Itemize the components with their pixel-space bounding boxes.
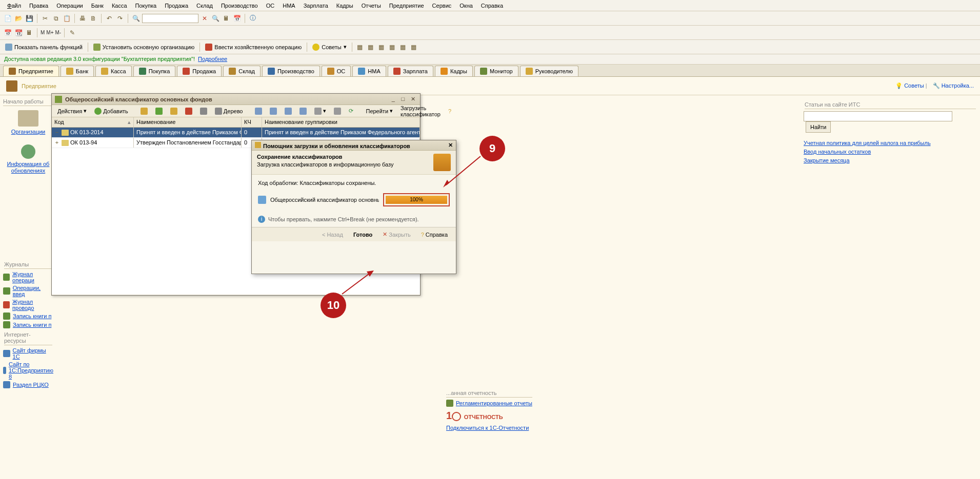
list-icon[interactable] bbox=[197, 107, 210, 116]
journal3-link[interactable]: Журнал проводо bbox=[12, 299, 53, 311]
menu-nma[interactable]: НМА bbox=[279, 2, 298, 9]
tool-icon[interactable]: ✎ bbox=[68, 28, 77, 37]
menu-stock[interactable]: Склад bbox=[193, 2, 216, 9]
tree-toggle[interactable]: Дерево bbox=[212, 107, 246, 116]
menu-bank[interactable]: Банк bbox=[88, 2, 107, 9]
maximize-icon[interactable]: □ bbox=[399, 96, 407, 102]
clear-search-icon[interactable]: ✕ bbox=[200, 14, 209, 23]
open-icon[interactable]: 📂 bbox=[14, 14, 23, 23]
col-kc[interactable]: КЧ bbox=[242, 117, 262, 127]
grid3-icon[interactable]: ▦ bbox=[377, 43, 386, 52]
tab-bank[interactable]: Банк bbox=[61, 66, 94, 76]
load-classifier-button[interactable]: Загрузить классификатор bbox=[397, 104, 444, 118]
menu-prod[interactable]: Производство bbox=[218, 2, 261, 9]
filter2-icon[interactable] bbox=[267, 107, 280, 116]
inet3-link[interactable]: Раздел РЦКО bbox=[13, 382, 49, 388]
copy2-icon[interactable] bbox=[137, 107, 151, 116]
find-icon[interactable]: 🔍 bbox=[131, 14, 141, 23]
advice-button[interactable]: Советы ▾ bbox=[310, 43, 348, 52]
grid2-icon[interactable]: ▦ bbox=[366, 43, 375, 52]
cut-icon[interactable]: ✂ bbox=[41, 14, 50, 23]
journal4-link[interactable]: Запись книги п bbox=[13, 313, 51, 319]
menu-ops[interactable]: Операции bbox=[53, 2, 86, 9]
notice-link[interactable]: Подробнее bbox=[198, 56, 227, 62]
filter4-icon[interactable] bbox=[296, 107, 310, 116]
memory-mplus[interactable]: М+ bbox=[46, 30, 53, 35]
its-link3[interactable]: Закрытие месяца bbox=[804, 157, 977, 163]
tab-enterprise[interactable]: Предприятие bbox=[3, 66, 59, 76]
tab-hr[interactable]: Кадры bbox=[435, 66, 473, 76]
page-settings-link[interactable]: 🔧 Настройка... bbox=[933, 82, 974, 89]
tab-head[interactable]: Руководителю bbox=[520, 66, 578, 76]
minimize-icon[interactable]: _ bbox=[389, 96, 397, 102]
col-name[interactable]: Наименование bbox=[134, 117, 242, 127]
grid6-icon[interactable]: ▦ bbox=[409, 43, 418, 52]
memory-m[interactable]: М bbox=[41, 30, 45, 35]
menu-rep[interactable]: Отчеты bbox=[358, 2, 384, 9]
tab-os[interactable]: ОС bbox=[322, 66, 351, 76]
orgs-shortcut[interactable]: Организации bbox=[3, 110, 53, 135]
menu-edit[interactable]: Правка bbox=[26, 2, 51, 9]
actions-button[interactable]: Действия ▾ bbox=[54, 107, 90, 115]
menu-ent[interactable]: Предприятие bbox=[386, 2, 427, 9]
menu-win[interactable]: Окна bbox=[456, 2, 476, 9]
menu-srv[interactable]: Сервис bbox=[429, 2, 455, 9]
search-input[interactable] bbox=[142, 14, 198, 23]
its-link2[interactable]: Ввод начальных остатков bbox=[804, 149, 977, 155]
add-button[interactable]: Добавить bbox=[91, 107, 131, 116]
paste-icon[interactable]: 📋 bbox=[62, 14, 71, 23]
menu-kassa[interactable]: Касса bbox=[109, 2, 130, 9]
calendar2-icon[interactable]: 📅 bbox=[3, 28, 12, 37]
show-panel-button[interactable]: Показать панель функций bbox=[3, 43, 85, 52]
inet1-link[interactable]: Сайт фирмы 1С bbox=[13, 347, 53, 360]
update-info-link[interactable]: Информация об обновлениях bbox=[3, 161, 53, 174]
close-icon[interactable]: ✕ bbox=[409, 96, 417, 102]
its-link1[interactable]: Учетная политика для целей налога на при… bbox=[804, 140, 977, 146]
preview-icon[interactable]: 🗎 bbox=[89, 14, 98, 23]
classifier-titlebar[interactable]: Общероссийский классификатор основных фо… bbox=[52, 94, 420, 105]
set-org-button[interactable]: Установить основную организацию bbox=[91, 43, 197, 52]
menu-sell[interactable]: Продажа bbox=[162, 2, 191, 9]
goto-button[interactable]: Перейти ▾ bbox=[363, 107, 396, 115]
enter-op-button[interactable]: Ввести хозяйственную операцию bbox=[203, 43, 304, 52]
update-info-shortcut[interactable]: Информация об обновлениях bbox=[3, 144, 53, 174]
back-button[interactable]: < Назад bbox=[318, 230, 347, 239]
copy-icon[interactable]: ⧉ bbox=[51, 14, 61, 23]
calc2-icon[interactable]: 🖩 bbox=[25, 28, 34, 37]
its-search-input[interactable] bbox=[804, 111, 952, 121]
connect-1c-link[interactable]: Подключиться к 1С-Отчетности bbox=[446, 425, 532, 431]
col-code[interactable]: Код ▴ bbox=[52, 117, 134, 127]
print-icon[interactable]: 🖶 bbox=[78, 14, 87, 23]
tab-buy[interactable]: Покупка bbox=[133, 66, 176, 76]
inet2-link[interactable]: Сайт по 1С:Предприятию 8 bbox=[9, 361, 53, 380]
menu-os[interactable]: ОС bbox=[263, 2, 278, 9]
redo-icon[interactable]: ↷ bbox=[115, 14, 125, 23]
help-icon[interactable]: ⓘ bbox=[248, 14, 257, 23]
tab-prod[interactable]: Производство bbox=[262, 66, 320, 76]
filter1-icon[interactable] bbox=[252, 107, 265, 116]
new-icon[interactable]: 📄 bbox=[3, 14, 12, 23]
tab-kassa[interactable]: Касса bbox=[95, 66, 132, 76]
filter5-icon[interactable]: ▾ bbox=[311, 107, 329, 116]
journal1-link[interactable]: Журнал операци bbox=[12, 271, 53, 283]
menu-hr[interactable]: Кадры bbox=[333, 2, 356, 9]
memory-mminus[interactable]: М- bbox=[55, 30, 62, 35]
grid1-icon[interactable]: ▦ bbox=[355, 43, 365, 52]
undo-icon[interactable]: ↶ bbox=[105, 14, 114, 23]
help-button[interactable]: ? Справка bbox=[417, 230, 452, 239]
date-icon[interactable]: 📆 bbox=[14, 28, 23, 37]
edit-icon[interactable] bbox=[152, 107, 166, 116]
menu-sal[interactable]: Зарплата bbox=[301, 2, 331, 9]
dialog-titlebar[interactable]: Помощник загрузки и обновления классифик… bbox=[252, 140, 456, 151]
journal5-link[interactable]: Запись книги п bbox=[13, 322, 51, 328]
tab-mon[interactable]: Монитор bbox=[474, 66, 518, 76]
save-icon[interactable]: 💾 bbox=[25, 14, 34, 23]
page-advice-link[interactable]: 💡 Советы bbox=[895, 82, 924, 89]
tab-stock[interactable]: Склад bbox=[223, 66, 261, 76]
folder-icon[interactable] bbox=[167, 107, 181, 116]
tab-sal[interactable]: Зарплата bbox=[388, 66, 433, 76]
grid4-icon[interactable]: ▦ bbox=[388, 43, 397, 52]
done-button[interactable]: Готово bbox=[349, 230, 376, 239]
win-help-icon[interactable]: ? bbox=[445, 107, 454, 115]
tab-nma[interactable]: НМА bbox=[352, 66, 386, 76]
